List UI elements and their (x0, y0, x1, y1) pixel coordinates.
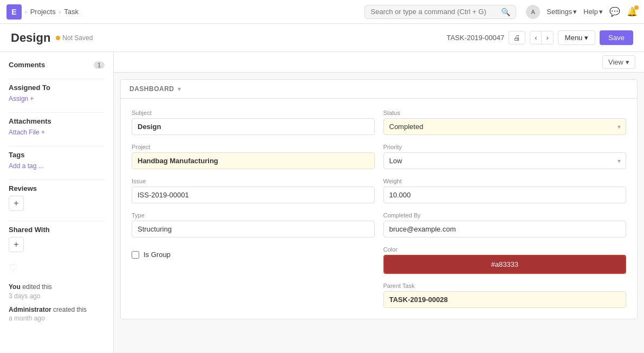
subject-input[interactable] (132, 118, 375, 135)
settings-button[interactable]: Settings ▾ (547, 8, 577, 16)
view-bar: View ▾ (114, 52, 644, 73)
color-field-group: Color #a83333 (383, 246, 627, 274)
view-chevron-icon: ▾ (626, 58, 629, 66)
content-area: View ▾ DASHBOARD ▾ Subject Status (114, 52, 644, 353)
prev-button[interactable]: ‹ (530, 31, 542, 44)
activity-entry-1: You edited this 3 days ago (9, 283, 105, 301)
print-button[interactable]: 🖨 (509, 31, 525, 44)
dashboard-chevron-icon: ▾ (178, 86, 181, 93)
not-saved-badge: Not Saved (56, 34, 93, 42)
attach-file-button[interactable]: Attach File + (9, 129, 105, 136)
avatar: A (526, 5, 540, 19)
sidebar-reviews-section: Reviews + (9, 184, 105, 211)
color-field-wrapper: #a83333 (383, 255, 627, 274)
sidebar-tags-section: Tags Add a tag ... (9, 151, 105, 170)
issue-label: Issue (132, 178, 375, 184)
subject-label: Subject (132, 110, 375, 116)
not-saved-text: Not Saved (62, 34, 93, 42)
assigned-to-label: Assigned To (9, 84, 50, 92)
nav-chevron-2: › (59, 9, 61, 15)
nav-arrows: ‹ › (530, 31, 554, 44)
sidebar-attachments-section: Attachments Attach File + (9, 117, 105, 136)
next-button[interactable]: › (542, 31, 552, 44)
dashboard-label: DASHBOARD (129, 85, 174, 93)
status-label: Status (383, 110, 627, 116)
help-chevron-icon: ▾ (599, 8, 603, 16)
issue-input[interactable] (132, 187, 375, 203)
comments-label: Comments (9, 61, 45, 69)
unsaved-dot (56, 36, 60, 40)
menu-chevron-icon: ▾ (584, 34, 588, 42)
parent-task-field-group: Parent Task (383, 283, 627, 308)
parent-task-input[interactable] (383, 291, 627, 308)
search-input[interactable] (370, 8, 498, 16)
is-group-field-group: Is Group (132, 246, 375, 274)
status-select-wrapper: Open In Progress Completed Cancelled (383, 118, 627, 135)
add-shared-button[interactable]: + (9, 237, 24, 252)
priority-select[interactable]: Low Medium High Urgent (383, 152, 627, 169)
color-label: Color (383, 246, 627, 253)
is-group-checkbox[interactable] (132, 251, 139, 259)
activity-log: You edited this 3 days ago Administrator… (9, 283, 105, 323)
priority-label: Priority (383, 144, 627, 150)
tags-label: Tags (9, 151, 24, 159)
type-label: Type (132, 212, 375, 219)
task-id: TASK-2019-00047 (446, 34, 504, 42)
issue-field-group: Issue (132, 178, 375, 203)
dashboard-section: DASHBOARD ▾ Subject Status Open In Progr… (120, 79, 638, 319)
dashboard-header: DASHBOARD ▾ (121, 80, 637, 99)
completed-by-input[interactable] (383, 221, 627, 238)
nav-right: A Settings ▾ Help ▾ 💬 🔔 (526, 5, 638, 19)
assign-button[interactable]: Assign + (9, 95, 105, 102)
view-button[interactable]: View ▾ (602, 55, 635, 69)
parent-task-label: Parent Task (383, 283, 627, 289)
menu-button[interactable]: Menu ▾ (558, 30, 596, 45)
app-icon[interactable]: E (6, 4, 22, 20)
chat-icon[interactable]: 💬 (609, 7, 620, 17)
search-icon: 🔍 (501, 8, 510, 16)
project-input[interactable] (132, 152, 375, 169)
notification-dot (634, 5, 639, 10)
page-title: Design (11, 31, 50, 45)
sidebar-comments-section: Comments 1 (9, 61, 105, 69)
status-select[interactable]: Open In Progress Completed Cancelled (383, 118, 627, 135)
save-button[interactable]: Save (600, 30, 633, 45)
settings-chevron-icon: ▾ (573, 8, 577, 16)
add-tag-button[interactable]: Add a tag ... (9, 162, 105, 170)
is-group-label: Is Group (144, 251, 171, 259)
weight-label: Weight (383, 178, 627, 184)
activity-actor-2: Administrator (9, 306, 51, 313)
priority-field-group: Priority Low Medium High Urgent (383, 144, 627, 169)
activity-actor-1: You (9, 283, 21, 291)
subject-field-group: Subject (132, 110, 375, 135)
nav-task[interactable]: Task (64, 8, 79, 16)
sidebar-assigned-section: Assigned To Assign + (9, 84, 105, 102)
nav-projects[interactable]: Projects (30, 8, 56, 16)
weight-field-group: Weight (383, 178, 627, 203)
header-actions: TASK-2019-00047 🖨 ‹ › Menu ▾ Save (446, 30, 633, 45)
priority-select-wrapper: Low Medium High Urgent (383, 152, 627, 169)
shared-with-label: Shared With (9, 226, 50, 234)
reviews-label: Reviews (9, 184, 37, 192)
project-label: Project (132, 144, 375, 150)
main-layout: Comments 1 Assigned To Assign + Attachme… (0, 52, 644, 353)
is-group-row: Is Group (132, 246, 375, 263)
page-header: Design Not Saved TASK-2019-00047 🖨 ‹ › M… (0, 24, 644, 52)
weight-input[interactable] (383, 187, 627, 203)
completed-by-field-group: Completed By (383, 212, 627, 238)
attachments-label: Attachments (9, 117, 51, 125)
form-grid: Subject Status Open In Progress Complete… (121, 99, 637, 319)
completed-by-label: Completed By (383, 212, 627, 219)
nav-chevron-1: › (25, 9, 27, 15)
favorite-icon[interactable]: ♡ (9, 262, 105, 274)
type-field-group: Type (132, 212, 375, 238)
help-button[interactable]: Help ▾ (583, 8, 603, 16)
add-review-button[interactable]: + (9, 196, 24, 211)
comments-badge: 1 (94, 61, 105, 69)
project-field-group: Project (132, 144, 375, 169)
search-bar[interactable]: 🔍 (365, 5, 516, 19)
color-button[interactable]: #a83333 (385, 256, 626, 273)
type-input[interactable] (132, 221, 375, 238)
sidebar: Comments 1 Assigned To Assign + Attachme… (0, 52, 114, 353)
top-nav: E › Projects › Task 🔍 A Settings ▾ Help … (0, 0, 644, 24)
